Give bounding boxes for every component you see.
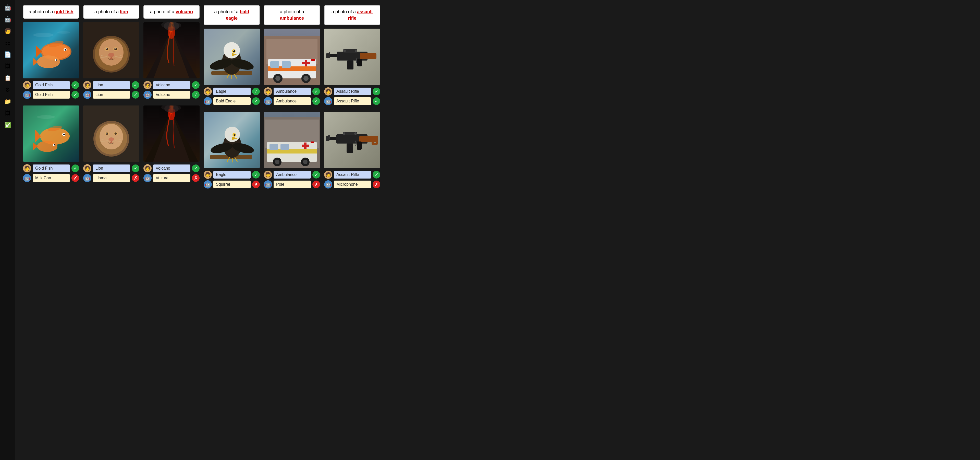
columns-container: a photo of a gold fish 🧑Gold Fish✓🤖Gold … <box>23 5 972 195</box>
document-icon[interactable]: 📄 <box>3 50 13 60</box>
svg-point-136 <box>355 50 357 52</box>
grid-icon[interactable]: ⚏ <box>3 38 13 48</box>
check-row1-bot-bald-eagle: ✓ <box>252 97 260 105</box>
check-row1-human-assault-rifle: ✓ <box>372 88 380 95</box>
svg-point-43 <box>100 124 123 149</box>
avatar-row1-human-ambulance: 🧑 <box>264 87 272 96</box>
svg-rect-127 <box>310 142 314 143</box>
label-row-row2-human-goldfish: 🧑Gold Fish✓ <box>23 164 79 172</box>
svg-rect-133 <box>357 59 362 66</box>
file-icon[interactable]: 📁 <box>3 97 13 107</box>
gear-icon[interactable]: ⚙ <box>3 85 13 95</box>
label-text-row1-bot-assault-rifle: Assault Rifle <box>334 97 371 105</box>
svg-point-17 <box>63 134 65 135</box>
label-text-row2-bot-lion: Llama <box>93 174 130 182</box>
image-icon[interactable]: 🖼 <box>3 61 13 72</box>
person-icon[interactable]: 🧑 <box>3 26 13 36</box>
check-row2-human-lion: ✓ <box>132 165 139 172</box>
svg-rect-143 <box>347 144 353 153</box>
list-icon[interactable]: 📋 <box>3 73 13 83</box>
label-row-row1-bot-lion: 🤖Lion✓ <box>83 91 139 99</box>
svg-rect-149 <box>326 136 329 141</box>
svg-rect-120 <box>280 144 289 150</box>
svg-point-33 <box>115 48 116 49</box>
check-row2-human-volcano: ✓ <box>192 165 200 172</box>
prompt-goldfish: a photo of a gold fish <box>23 5 79 19</box>
section2-ambulance: 🧑Ambulance✓🤖Pole✗ <box>264 112 320 190</box>
avatar-row2-human-goldfish: 🧑 <box>23 164 31 172</box>
label-text-row2-bot-assault-rifle: Microphone <box>334 180 371 188</box>
label-row-row1-bot-ambulance: 🤖Ambulance✓ <box>264 97 320 105</box>
label-row-row1-human-assault-rifle: 🧑Assault Rifle✓ <box>324 87 380 96</box>
avatar-row1-human-bald-eagle: 🧑 <box>204 87 212 96</box>
avatar-row2-bot-goldfish: 🤖 <box>23 174 31 182</box>
column-lion: a photo of a lion 🧑Lion✓🤖Lion✓ <box>83 5 139 195</box>
robot2-icon[interactable]: 🤖 <box>3 14 13 24</box>
svg-point-7 <box>37 56 60 68</box>
check-row1-bot-ambulance: ✓ <box>312 97 320 105</box>
check-row2-bot-volcano: ✗ <box>192 174 200 182</box>
check-row2-bot-bald-eagle: ✗ <box>252 180 260 188</box>
checklist-icon[interactable]: ✅ <box>3 120 13 130</box>
svg-point-19 <box>37 141 57 152</box>
check-row1-human-volcano: ✓ <box>192 81 200 89</box>
image2-volcano <box>143 105 200 162</box>
column-bald-eagle: a photo of a bald eagle 🧑Eagle✓🤖Bald <box>204 5 260 195</box>
label-row-row2-human-bald-eagle: 🧑Eagle✓ <box>204 171 260 179</box>
column-volcano: a photo of a volcano 🧑Volcano✓🤖Volcano✓ <box>143 5 200 195</box>
label-row-row2-bot-ambulance: 🤖Pole✗ <box>264 180 320 188</box>
svg-point-126 <box>303 160 307 164</box>
column-goldfish: a photo of a gold fish 🧑Gold Fish✓🤖Gold … <box>23 5 79 195</box>
image2-assault-rifle <box>324 112 380 168</box>
avatar-row2-human-assault-rifle: 🧑 <box>324 171 332 179</box>
label-text-row1-human-goldfish: Gold Fish <box>33 81 70 89</box>
label-row-row2-bot-goldfish: 🤖Milk Can✗ <box>23 174 79 182</box>
label-row-row1-human-goldfish: 🧑Gold Fish✓ <box>23 81 79 89</box>
svg-point-94 <box>234 134 234 135</box>
svg-rect-142 <box>360 136 377 142</box>
label-text-row1-bot-goldfish: Gold Fish <box>33 91 70 99</box>
avatar-row1-bot-goldfish: 🤖 <box>23 91 31 99</box>
check-row2-bot-assault-rifle: ✗ <box>372 180 380 188</box>
svg-point-146 <box>343 132 345 135</box>
check-row1-bot-volcano: ✓ <box>192 91 200 99</box>
label-row-row1-human-bald-eagle: 🧑Eagle✓ <box>204 87 260 96</box>
sidebar: 🤖 🤖 🧑 ⚏ 📄 🖼 📋 ⚙ 📁 🖼 ✅ <box>0 0 15 460</box>
avatar-row1-human-goldfish: 🧑 <box>23 81 31 89</box>
svg-point-27 <box>99 39 124 65</box>
column-assault-rifle: a photo of a assault rifle 🧑Assault Rifl… <box>324 5 380 195</box>
svg-point-81 <box>233 50 234 51</box>
label-text-row2-human-ambulance: Ambulance <box>274 171 311 179</box>
robot-icon[interactable]: 🤖 <box>3 3 13 13</box>
avatar-row1-human-volcano: 🧑 <box>143 81 151 89</box>
avatar-row2-bot-volcano: 🤖 <box>143 174 151 182</box>
label-text-row2-bot-goldfish: Milk Can <box>33 174 70 182</box>
check-row1-bot-lion: ✓ <box>132 91 139 99</box>
svg-rect-108 <box>305 60 307 66</box>
svg-point-12 <box>57 31 70 34</box>
check-row1-bot-assault-rifle: ✓ <box>372 97 380 105</box>
svg-rect-119 <box>269 144 278 150</box>
label-text-row1-human-ambulance: Ambulance <box>274 88 311 95</box>
check-row2-bot-lion: ✗ <box>132 174 139 182</box>
svg-rect-122 <box>304 142 307 149</box>
image2-goldfish <box>23 105 79 162</box>
section1-lion: 🧑Lion✓🤖Lion✓ <box>83 22 139 101</box>
image2-icon[interactable]: 🖼 <box>3 108 13 118</box>
label-text-row2-bot-volcano: Vulture <box>153 174 190 182</box>
image1-goldfish <box>23 22 79 78</box>
svg-rect-132 <box>347 61 353 69</box>
avatar-row2-bot-lion: 🤖 <box>83 174 91 182</box>
label-text-row2-human-volcano: Volcano <box>153 165 190 172</box>
check-row2-human-goldfish: ✓ <box>72 165 79 172</box>
check-row2-human-bald-eagle: ✓ <box>252 171 260 179</box>
check-row1-human-bald-eagle: ✓ <box>252 88 260 95</box>
check-row2-bot-goldfish: ✗ <box>72 174 79 182</box>
svg-point-50 <box>108 137 114 141</box>
avatar-row1-bot-bald-eagle: 🤖 <box>204 97 212 105</box>
section2-volcano: 🧑Volcano✓🤖Vulture✗ <box>143 105 200 184</box>
main-content: a photo of a gold fish 🧑Gold Fish✓🤖Gold … <box>15 0 980 460</box>
label-row-row1-bot-assault-rifle: 🤖Assault Rifle✓ <box>324 97 380 105</box>
svg-rect-113 <box>311 59 315 61</box>
image1-ambulance <box>264 29 320 85</box>
